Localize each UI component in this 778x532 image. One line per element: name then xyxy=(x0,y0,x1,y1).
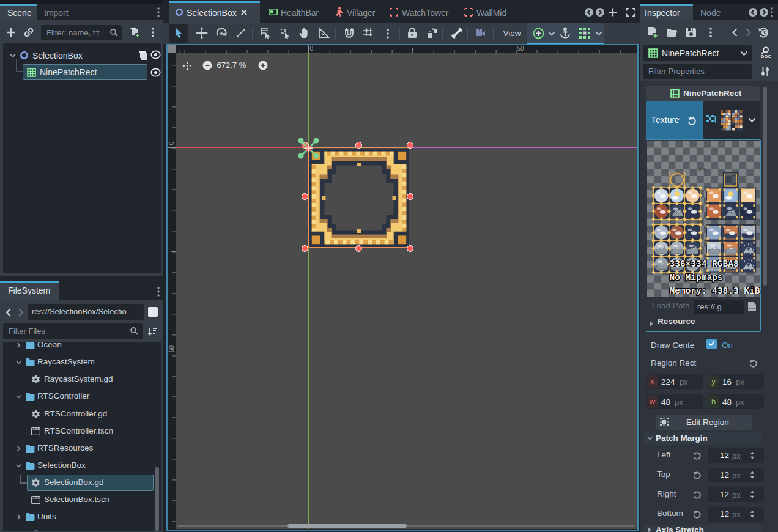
svg-text:time: time xyxy=(698,167,706,171)
svg-text:DOC: DOC xyxy=(761,54,771,59)
svg-text:weather: weather xyxy=(688,219,705,223)
